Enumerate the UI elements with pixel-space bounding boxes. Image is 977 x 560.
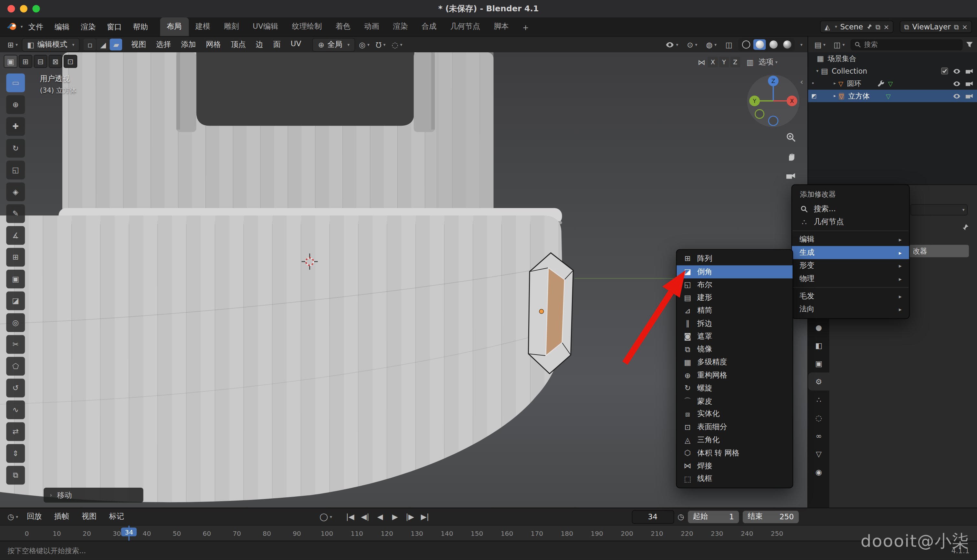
disable-render-camera-icon[interactable] [965,80,973,87]
modifier-volume-to-mesh[interactable]: ⬡体积 转 网格 [677,447,792,460]
modifier-solidify[interactable]: ⧈实体化 [677,408,792,420]
app-menu-4[interactable]: 帮助 [127,20,153,34]
unlink-scene-icon[interactable]: × [884,23,889,31]
exclude-checkbox-icon[interactable] [941,67,948,75]
app-menu-1[interactable]: 编辑 [49,20,75,34]
minimize-window-button[interactable] [20,5,27,12]
material-preview-button[interactable] [767,39,780,50]
blender-logo-icon[interactable] [6,21,17,33]
camera-view-button[interactable] [782,168,799,184]
disable-render-camera-icon[interactable] [965,93,973,99]
object-tab[interactable]: ▣ [808,354,829,372]
remove-viewlayer-icon[interactable]: × [962,23,968,31]
timeline-menu-0[interactable]: 回放 [21,510,48,524]
scene-selector[interactable]: ◭▾ Scene ⧉ × [820,21,894,33]
playhead-badge[interactable]: 34 [121,527,137,536]
sidebar-toggle-icon[interactable]: ‹ [800,77,803,87]
modifier-subdivision[interactable]: ⊡表面细分 [677,420,792,433]
play-reverse-button[interactable]: ◀ [373,513,387,520]
face-select-mode[interactable]: ▰ [110,39,122,51]
select-set[interactable]: ▣ [4,55,17,68]
rotate-tool[interactable]: ↻ [6,139,25,158]
operator-panel[interactable]: › 移动 [43,488,143,503]
physics-tab[interactable]: ◌ [808,408,829,427]
viewport-menu-0[interactable]: 视图 [126,37,151,52]
viewport-menu-2[interactable]: 添加 [176,37,201,52]
edge-select-mode[interactable]: ◢ [97,39,110,51]
workspace-tab-2[interactable]: 雕刻 [217,17,246,36]
proportional-editing-button[interactable]: ◌▾ [389,39,405,49]
mirror-axis-button-1[interactable]: Y [719,57,729,67]
category-physics[interactable]: 物理▸ [792,272,909,285]
modifier-skin[interactable]: ⌒蒙皮 [677,395,792,408]
inset-faces-tool[interactable]: ▣ [6,270,25,288]
loop-cut-tool[interactable]: ◎ [6,313,25,332]
measure-tool[interactable]: ∡ [6,226,25,245]
select-extend[interactable]: ⊞ [19,55,32,68]
constraints-tab[interactable]: ∞ [808,427,829,445]
timeline-menu-3[interactable]: 标记 [103,510,130,524]
bevel-tool[interactable]: ◪ [6,292,25,310]
move-tool[interactable]: ✚ [6,117,25,136]
frame-end-field[interactable]: 结束 250 [743,510,799,523]
close-window-button[interactable] [7,5,15,12]
select-invert[interactable]: ⊠ [48,55,62,68]
timeline-menu-2[interactable]: 视图 [75,510,103,524]
hide-eye-icon[interactable] [953,81,961,86]
next-keyframe-button[interactable]: |▶ [403,513,417,520]
expand-icon[interactable]: ▸ [834,81,836,86]
workspace-tab-7[interactable]: 渲染 [386,17,415,36]
geometry-nodes-item[interactable]: ∴ 几何节点 [792,215,909,228]
viewport-menu-7[interactable]: UV [286,37,306,52]
modifier-edge-split[interactable]: ∥拆边 [677,317,792,330]
outliner-editor-type-button[interactable]: ▤▾ [812,39,828,49]
scale-tool[interactable]: ◱ [6,161,25,180]
view-layer-tab[interactable]: ◧ [808,336,829,354]
pivot-point-button[interactable]: ◎▾ [356,39,372,49]
extrude-region-tool[interactable]: ⊞ [6,248,25,267]
particles-tab[interactable]: ∴ [808,390,829,408]
previous-keyframe-button[interactable]: ◀| [358,513,372,520]
disable-render-camera-icon[interactable] [965,68,973,74]
poly-build-tool[interactable]: ⬠ [6,357,25,376]
workspace-tab-3[interactable]: UV编辑 [246,17,285,36]
modifier-screw[interactable]: ↻螺旋 [677,382,792,395]
mirror-axis-button-2[interactable]: Z [730,57,740,67]
viewport-menu-1[interactable]: 选择 [151,37,176,52]
workspace-tab-11[interactable]: + [516,19,536,36]
workspace-tab-1[interactable]: 建模 [188,17,217,36]
frame-start-field[interactable]: 起始 1 [688,510,739,523]
cursor-tool[interactable]: ⊕ [6,95,25,114]
timeline-editor-type-button[interactable]: ◷▾ [5,512,20,522]
modifier-weld[interactable]: ⋈焊接 [677,460,792,472]
new-scene-icon[interactable]: ⧉ [875,23,880,31]
rendered-shading-button[interactable] [781,39,794,50]
modifier-mask[interactable]: ◙遮罩 [677,330,792,343]
workspace-tab-9[interactable]: 几何节点 [443,17,487,36]
world-tab[interactable]: ● [808,318,829,336]
select-intersect[interactable]: ⊡ [63,55,77,68]
workspace-tab-5[interactable]: 着色 [328,17,357,36]
pan-hand-button[interactable] [782,148,799,164]
workspace-tab-10[interactable]: 脚本 [487,17,516,36]
editor-type-button[interactable]: ⊞▾ [5,39,20,49]
viewport-menu-3[interactable]: 网格 [201,37,226,52]
zoom-button[interactable] [782,129,799,145]
viewport-menu-5[interactable]: 边 [251,37,268,52]
mode-dropdown[interactable]: ◧ 编辑模式 ▾ [22,38,80,52]
modifier-mirror[interactable]: ⧉镜像 [677,343,792,356]
select-subtract[interactable]: ⊟ [33,55,47,68]
play-forward-button[interactable]: ▶ [388,513,402,520]
viewport-menu-6[interactable]: 面 [268,37,286,52]
category-edit[interactable]: 编辑▸ [792,233,909,246]
select-box-tool[interactable]: ▭ [6,73,25,92]
new-viewlayer-icon[interactable]: ⧉ [954,23,959,31]
category-generate[interactable]: 生成▸ [792,246,909,259]
object-data-tab[interactable]: ▽ [808,445,829,463]
jump-to-end-button[interactable]: ▶| [418,513,432,520]
workspace-tab-6[interactable]: 动画 [357,17,386,36]
viewport-menu-4[interactable]: 顶点 [226,37,251,52]
shrink-fatten-tool[interactable]: ⇕ [6,444,25,463]
transform-orientation-dropdown[interactable]: ⊕ 全局 ▾ [312,38,355,52]
gizmo-minus-z-axis[interactable] [769,116,778,126]
